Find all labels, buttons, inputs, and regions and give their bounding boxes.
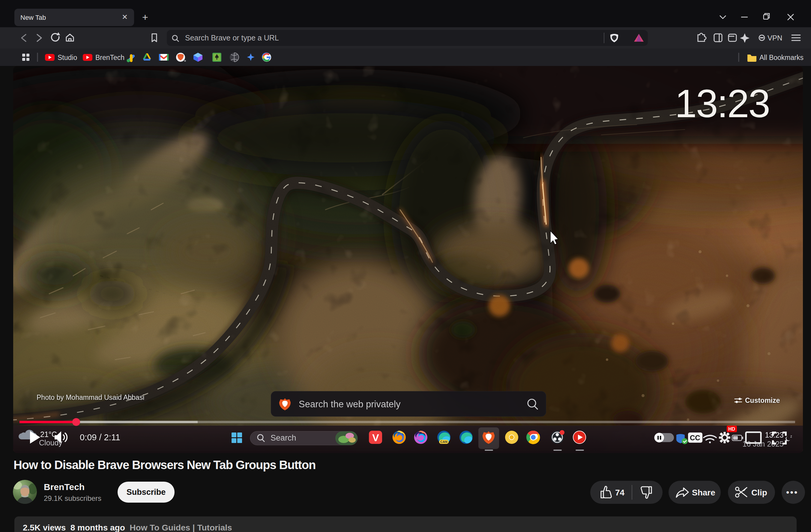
svg-text:Search: Search: [271, 433, 296, 442]
svg-text:CC: CC: [690, 434, 700, 442]
svg-text:74: 74: [615, 488, 625, 497]
svg-text:V: V: [372, 432, 379, 443]
svg-text:Studio: Studio: [58, 54, 77, 61]
svg-text:Search Brave or type a URL: Search Brave or type a URL: [185, 34, 279, 42]
svg-text:16 Jan 2025: 16 Jan 2025: [742, 440, 784, 448]
svg-text:HD: HD: [728, 426, 735, 432]
svg-text:z: z: [790, 434, 792, 438]
svg-text:0:09 / 2:11: 0:09 / 2:11: [80, 433, 120, 442]
svg-text:All Bookmarks: All Bookmarks: [760, 54, 804, 61]
svg-text:VPN: VPN: [767, 34, 782, 42]
svg-text:21°C: 21°C: [40, 430, 57, 438]
svg-text:CAN: CAN: [440, 440, 447, 443]
svg-text:BrenTech: BrenTech: [95, 54, 124, 61]
